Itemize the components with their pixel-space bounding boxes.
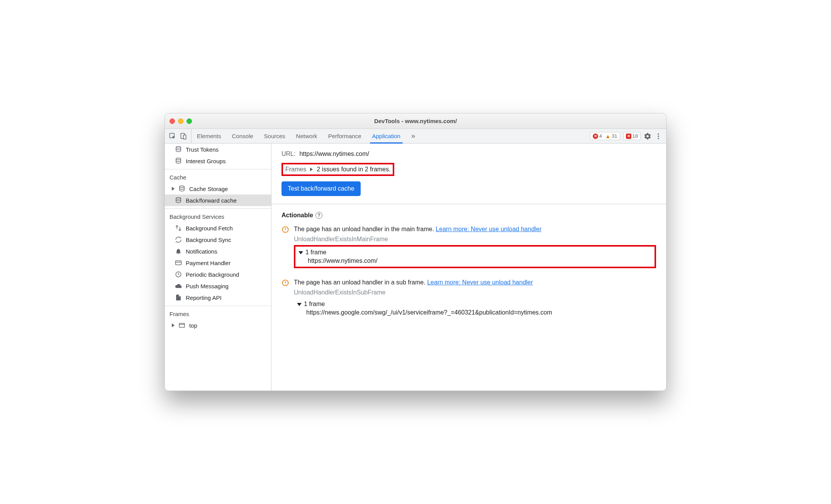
bell-icon [175,248,182,255]
inspect-element-icon[interactable] [169,132,176,140]
actionable-heading: Actionable [282,212,313,219]
sidebar-item-frame-top[interactable]: top [165,320,271,331]
warning-circle-icon [282,279,289,326]
svg-point-8 [180,186,184,188]
svg-point-5 [658,138,659,139]
issue-reason-code: UnloadHandlerExistsInMainFrame [294,236,656,243]
sidebar-label: Notifications [186,248,217,255]
learn-more-link[interactable]: Learn more: Never use unload handler [427,279,533,286]
window-title: DevTools - www.nytimes.com/ [165,118,666,124]
issue-reason-code: UnloadHandlerExistsInSubFrame [294,289,656,296]
database-icon [178,185,185,192]
device-toolbar-icon[interactable] [180,132,187,140]
database-icon [175,157,182,164]
titlebar: DevTools - www.nytimes.com/ [165,113,666,129]
svg-point-16 [285,284,286,285]
svg-rect-2 [183,135,186,139]
more-tabs-button[interactable]: » [406,129,421,143]
transfer-icon [175,225,182,232]
issue-item: The page has an unload handler in a sub … [282,279,656,326]
tab-console[interactable]: Console [227,129,259,143]
sync-icon [175,236,182,243]
svg-point-14 [285,231,286,232]
expand-icon [172,187,175,191]
tab-sources[interactable]: Sources [259,129,291,143]
tab-performance[interactable]: Performance [323,129,367,143]
kebab-menu-icon[interactable] [655,132,662,140]
sidebar-heading-frames: Frames [165,308,271,320]
sidebar-item-notifications[interactable]: Notifications [165,245,271,257]
cloud-icon [175,282,182,289]
tab-application[interactable]: Application [367,129,406,143]
frame-url: https://news.google.com/swg/_/ui/v1/serv… [297,309,653,316]
sidebar-label: Interest Groups [186,158,226,164]
help-icon[interactable]: ? [315,212,322,219]
zoom-window-button[interactable] [187,118,192,124]
expand-icon [172,323,175,327]
console-issue-counts[interactable]: ✕ 4 ▲ 31 [590,132,620,140]
frame-count: 1 frame [304,301,325,307]
svg-rect-10 [176,261,181,265]
settings-icon[interactable] [644,132,651,140]
sidebar-item-payment-handler[interactable]: Payment Handler [165,257,271,269]
bfcache-panel: URL: https://www.nytimes.com/ Frames 2 i… [271,144,666,391]
tab-network[interactable]: Network [291,129,323,143]
test-bfcache-button[interactable]: Test back/forward cache [282,181,361,196]
sidebar-item-push-messaging[interactable]: Push Messaging [165,280,271,292]
close-window-button[interactable] [170,118,175,124]
issue-message: The page has an unload handler in a sub … [294,279,656,286]
sidebar-item-trust-tokens[interactable]: Trust Tokens [165,144,271,155]
learn-more-link[interactable]: Learn more: Never use unload handler [436,226,541,232]
sidebar-label: Background Fetch [186,225,233,232]
warning-icon: ▲ [605,134,611,139]
separator [271,204,666,204]
frame-url: https://www.nytimes.com/ [298,257,651,264]
sidebar-label: Background Sync [186,237,231,243]
url-row: URL: https://www.nytimes.com/ [282,149,656,159]
tab-elements[interactable]: Elements [192,129,227,143]
svg-point-3 [658,133,659,134]
error-count-value: 4 [599,133,602,139]
application-sidebar: Trust Tokens Interest Groups Cache Cache [165,144,271,391]
url-label: URL: [282,151,295,157]
sidebar-label: top [189,322,197,329]
sidebar-label: Reporting API [186,294,222,301]
chevron-right-double-icon: » [411,132,415,140]
collapse-icon [297,303,302,306]
frames-label: Frames [285,166,306,173]
sidebar-item-cache-storage[interactable]: Cache Storage [165,183,271,194]
minimize-window-button[interactable] [178,118,183,124]
panel-tabs: Elements Console Sources Network Perform… [192,129,421,143]
database-icon [175,197,182,204]
error-icon: ✕ [593,134,598,139]
warning-count: ▲ 31 [605,133,617,139]
sidebar-item-bg-fetch[interactable]: Background Fetch [165,222,271,234]
actionable-heading-row: Actionable ? [282,212,656,219]
sidebar-item-periodic-bg[interactable]: Periodic Background [165,269,271,280]
svg-point-4 [658,135,659,137]
sidebar-label: Back/forward cache [186,197,237,204]
sidebar-heading-cache: Cache [165,172,271,183]
sidebar-item-interest-groups[interactable]: Interest Groups [165,155,271,167]
collapse-icon [298,251,303,254]
frame-icon [178,322,185,329]
message-icon: ✕ [626,134,631,139]
traffic-lights [170,118,192,124]
panel-body: Trust Tokens Interest Groups Cache Cache [165,144,666,391]
sidebar-label: Push Messaging [186,283,229,289]
frames-detail-box[interactable]: 1 frame https://news.google.com/swg/_/ui… [294,298,656,318]
sidebar-item-reporting-api[interactable]: Reporting API [165,292,271,303]
sidebar-label: Payment Handler [186,260,231,266]
frames-detail-box[interactable]: 1 frame https://www.nytimes.com/ [294,245,656,268]
expand-icon [310,167,313,171]
issues-count[interactable]: ✕ 18 [623,132,641,140]
credit-card-icon [175,259,182,266]
sidebar-item-bfcache[interactable]: Back/forward cache [165,194,271,206]
svg-point-6 [176,147,181,149]
frames-summary-row[interactable]: Frames 2 issues found in 2 frames. [282,163,394,176]
sidebar-label: Periodic Background [186,271,239,278]
url-value: https://www.nytimes.com/ [299,151,369,157]
frame-count: 1 frame [305,249,326,255]
sidebar-item-bg-sync[interactable]: Background Sync [165,234,271,245]
issue-message: The page has an unload handler in the ma… [294,226,656,233]
